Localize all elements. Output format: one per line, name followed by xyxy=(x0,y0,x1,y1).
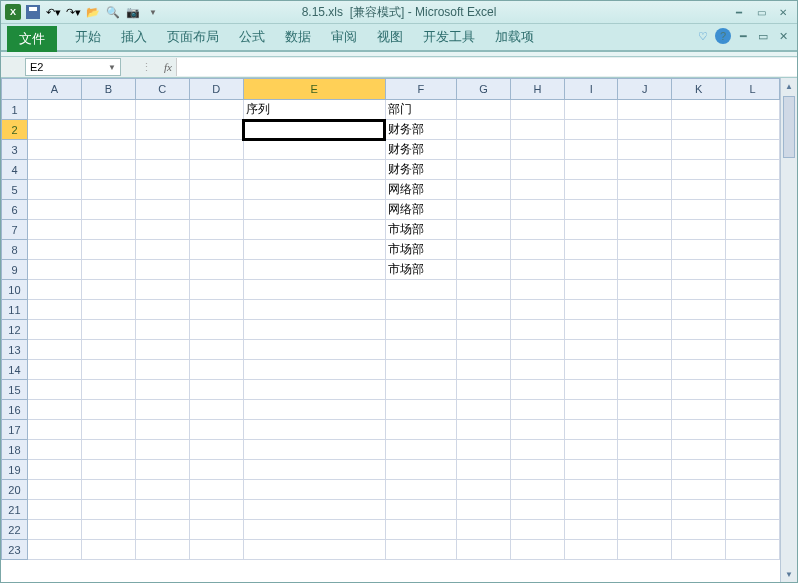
cell-D3[interactable] xyxy=(189,140,243,160)
tab-developer[interactable]: 开发工具 xyxy=(413,24,485,50)
cell-F22[interactable] xyxy=(385,520,456,540)
cell-E14[interactable] xyxy=(243,360,385,380)
cell-H20[interactable] xyxy=(511,480,565,500)
cell-G21[interactable] xyxy=(456,500,510,520)
cell-J14[interactable] xyxy=(618,360,672,380)
cell-L11[interactable] xyxy=(726,300,780,320)
undo-icon[interactable]: ↶▾ xyxy=(45,4,61,20)
cell-D21[interactable] xyxy=(189,500,243,520)
cell-B8[interactable] xyxy=(81,240,135,260)
cell-C8[interactable] xyxy=(135,240,189,260)
cell-K15[interactable] xyxy=(672,380,726,400)
select-all-corner[interactable] xyxy=(2,79,28,100)
cell-D23[interactable] xyxy=(189,540,243,560)
cell-F1[interactable]: 部门 xyxy=(385,100,456,120)
cell-K11[interactable] xyxy=(672,300,726,320)
cell-I10[interactable] xyxy=(564,280,617,300)
cell-D15[interactable] xyxy=(189,380,243,400)
cell-C15[interactable] xyxy=(135,380,189,400)
cell-E4[interactable] xyxy=(243,160,385,180)
cell-C16[interactable] xyxy=(135,400,189,420)
cell-B17[interactable] xyxy=(81,420,135,440)
cell-I13[interactable] xyxy=(564,340,617,360)
col-header-K[interactable]: K xyxy=(672,79,726,100)
fx-icon[interactable]: fx xyxy=(164,61,172,73)
cell-I15[interactable] xyxy=(564,380,617,400)
cell-J10[interactable] xyxy=(618,280,672,300)
cell-H5[interactable] xyxy=(511,180,565,200)
row-header-1[interactable]: 1 xyxy=(2,100,28,120)
cell-D20[interactable] xyxy=(189,480,243,500)
cell-D22[interactable] xyxy=(189,520,243,540)
cell-I14[interactable] xyxy=(564,360,617,380)
cell-E2[interactable] xyxy=(243,120,385,140)
cell-A17[interactable] xyxy=(27,420,81,440)
scroll-down-icon[interactable]: ▼ xyxy=(781,566,797,582)
col-header-A[interactable]: A xyxy=(27,79,81,100)
cell-H16[interactable] xyxy=(511,400,565,420)
cell-A21[interactable] xyxy=(27,500,81,520)
col-header-B[interactable]: B xyxy=(81,79,135,100)
doc-restore-button[interactable]: ▭ xyxy=(755,28,771,44)
row-header-20[interactable]: 20 xyxy=(2,480,28,500)
cell-H3[interactable] xyxy=(511,140,565,160)
cell-F19[interactable] xyxy=(385,460,456,480)
cell-I12[interactable] xyxy=(564,320,617,340)
cell-E9[interactable] xyxy=(243,260,385,280)
cell-K10[interactable] xyxy=(672,280,726,300)
cell-G1[interactable] xyxy=(456,100,510,120)
cell-G4[interactable] xyxy=(456,160,510,180)
cell-C3[interactable] xyxy=(135,140,189,160)
cell-F4[interactable]: 财务部 xyxy=(385,160,456,180)
scroll-up-icon[interactable]: ▲ xyxy=(781,78,797,94)
cell-K22[interactable] xyxy=(672,520,726,540)
cell-E10[interactable] xyxy=(243,280,385,300)
doc-minimize-button[interactable]: ━ xyxy=(735,28,751,44)
cell-G3[interactable] xyxy=(456,140,510,160)
cell-B5[interactable] xyxy=(81,180,135,200)
cell-H17[interactable] xyxy=(511,420,565,440)
cell-J7[interactable] xyxy=(618,220,672,240)
cell-H22[interactable] xyxy=(511,520,565,540)
cell-I7[interactable] xyxy=(564,220,617,240)
cell-C2[interactable] xyxy=(135,120,189,140)
cell-B10[interactable] xyxy=(81,280,135,300)
cell-B21[interactable] xyxy=(81,500,135,520)
tab-insert[interactable]: 插入 xyxy=(111,24,157,50)
cell-E16[interactable] xyxy=(243,400,385,420)
cell-J9[interactable] xyxy=(618,260,672,280)
cell-F8[interactable]: 市场部 xyxy=(385,240,456,260)
cell-K19[interactable] xyxy=(672,460,726,480)
tab-review[interactable]: 审阅 xyxy=(321,24,367,50)
cell-H4[interactable] xyxy=(511,160,565,180)
cell-D4[interactable] xyxy=(189,160,243,180)
cell-I1[interactable] xyxy=(564,100,617,120)
qat-dropdown-icon[interactable]: ▼ xyxy=(145,4,161,20)
cell-E18[interactable] xyxy=(243,440,385,460)
cell-A9[interactable] xyxy=(27,260,81,280)
cell-D2[interactable] xyxy=(189,120,243,140)
cell-H19[interactable] xyxy=(511,460,565,480)
cell-C20[interactable] xyxy=(135,480,189,500)
cell-I9[interactable] xyxy=(564,260,617,280)
cell-D19[interactable] xyxy=(189,460,243,480)
cell-E11[interactable] xyxy=(243,300,385,320)
cell-E1[interactable]: 序列 xyxy=(243,100,385,120)
cell-C23[interactable] xyxy=(135,540,189,560)
tab-formula[interactable]: 公式 xyxy=(229,24,275,50)
doc-close-button[interactable]: ✕ xyxy=(775,28,791,44)
row-header-6[interactable]: 6 xyxy=(2,200,28,220)
cell-D10[interactable] xyxy=(189,280,243,300)
cell-E5[interactable] xyxy=(243,180,385,200)
cell-C4[interactable] xyxy=(135,160,189,180)
cell-F9[interactable]: 市场部 xyxy=(385,260,456,280)
cell-A1[interactable] xyxy=(27,100,81,120)
cell-J16[interactable] xyxy=(618,400,672,420)
tab-view[interactable]: 视图 xyxy=(367,24,413,50)
cell-L9[interactable] xyxy=(726,260,780,280)
row-header-9[interactable]: 9 xyxy=(2,260,28,280)
cell-F21[interactable] xyxy=(385,500,456,520)
cell-G12[interactable] xyxy=(456,320,510,340)
restore-button[interactable]: ▭ xyxy=(751,4,771,20)
cell-J6[interactable] xyxy=(618,200,672,220)
